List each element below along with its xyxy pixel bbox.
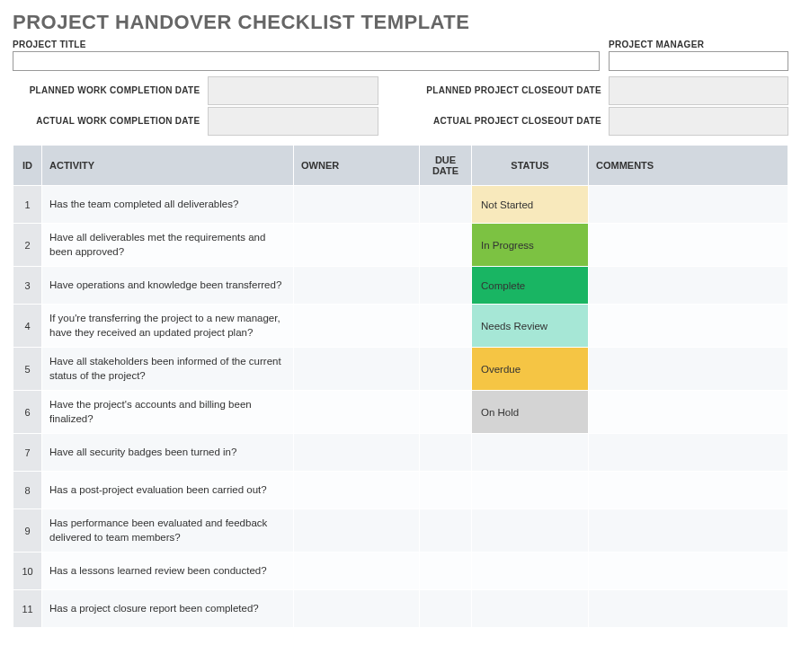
row-id: 8 (13, 472, 42, 509)
row-activity: Have all stakeholders been informed of t… (42, 348, 294, 391)
actual-work-label: ACTUAL WORK COMPLETION DATE (13, 116, 208, 127)
date-grid: PLANNED WORK COMPLETION DATE PLANNED PRO… (13, 76, 788, 136)
project-manager-input[interactable] (609, 51, 788, 71)
row-comments[interactable] (589, 186, 788, 224)
header-comments: COMMENTS (589, 146, 788, 186)
table-row: 7Have all security badges been turned in… (13, 434, 788, 472)
row-status[interactable]: Overdue (472, 348, 589, 391)
row-status[interactable] (472, 472, 589, 509)
row-status[interactable] (472, 553, 589, 590)
row-id: 7 (13, 434, 42, 472)
table-row: 2Have all deliverables met the requireme… (13, 224, 788, 267)
table-header-row: ID ACTIVITY OWNER DUE DATE STATUS COMMEN… (13, 146, 788, 186)
row-status[interactable]: Complete (472, 267, 589, 305)
project-title-input[interactable] (13, 51, 600, 71)
row-owner[interactable] (294, 553, 420, 590)
actual-closeout-label: ACTUAL PROJECT CLOSEOUT DATE (414, 116, 610, 127)
row-owner[interactable] (294, 348, 420, 391)
row-activity: Has a post-project evaluation been carri… (42, 472, 294, 509)
row-status[interactable] (472, 509, 589, 553)
row-owner[interactable] (294, 224, 420, 267)
table-row: 4If you're transferring the project to a… (13, 305, 788, 348)
header-owner: OWNER (294, 146, 420, 186)
row-owner[interactable] (294, 391, 420, 434)
table-row: 3Have operations and knowledge been tran… (13, 267, 788, 305)
row-comments[interactable] (589, 267, 788, 305)
actual-work-input[interactable] (208, 107, 378, 136)
row-due[interactable] (420, 509, 472, 553)
table-row: 6Have the project's accounts and billing… (13, 391, 788, 434)
row-id: 4 (13, 305, 42, 348)
row-owner[interactable] (294, 509, 420, 553)
row-owner[interactable] (294, 267, 420, 305)
row-id: 9 (13, 509, 42, 553)
row-owner[interactable] (294, 590, 420, 628)
planned-work-input[interactable] (208, 76, 378, 105)
row-due[interactable] (420, 267, 472, 305)
page-title: PROJECT HANDOVER CHECKLIST TEMPLATE (13, 11, 788, 34)
actual-closeout-input[interactable] (609, 107, 788, 136)
planned-closeout-input[interactable] (609, 76, 788, 105)
row-id: 1 (13, 186, 42, 224)
row-comments[interactable] (589, 509, 788, 553)
row-activity: Have all security badges been turned in? (42, 434, 294, 472)
project-manager-label: PROJECT MANAGER (609, 40, 788, 49)
row-due[interactable] (420, 348, 472, 391)
row-comments[interactable] (589, 391, 788, 434)
row-comments[interactable] (589, 434, 788, 472)
row-owner[interactable] (294, 472, 420, 509)
row-owner[interactable] (294, 434, 420, 472)
row-comments[interactable] (589, 305, 788, 348)
project-title-label: PROJECT TITLE (13, 40, 600, 49)
row-activity: Have operations and knowledge been trans… (42, 267, 294, 305)
row-comments[interactable] (589, 553, 788, 590)
row-activity: Has a lessons learned review been conduc… (42, 553, 294, 590)
row-due[interactable] (420, 305, 472, 348)
table-row: 10Has a lessons learned review been cond… (13, 553, 788, 590)
row-id: 10 (13, 553, 42, 590)
planned-work-label: PLANNED WORK COMPLETION DATE (13, 85, 208, 96)
row-activity: Has the team completed all deliverables? (42, 186, 294, 224)
table-row: 5Have all stakeholders been informed of … (13, 348, 788, 391)
row-comments[interactable] (589, 224, 788, 267)
table-row: 8Has a post-project evaluation been carr… (13, 472, 788, 509)
checklist-table: ID ACTIVITY OWNER DUE DATE STATUS COMMEN… (13, 145, 788, 628)
row-due[interactable] (420, 553, 472, 590)
row-id: 5 (13, 348, 42, 391)
row-activity: Have the project's accounts and billing … (42, 391, 294, 434)
row-comments[interactable] (589, 348, 788, 391)
row-id: 2 (13, 224, 42, 267)
row-status[interactable] (472, 590, 589, 628)
row-status[interactable]: On Hold (472, 391, 589, 434)
header-id: ID (13, 146, 42, 186)
header-status: STATUS (472, 146, 589, 186)
header-activity: ACTIVITY (42, 146, 294, 186)
row-due[interactable] (420, 590, 472, 628)
row-due[interactable] (420, 434, 472, 472)
row-status[interactable]: Not Started (472, 186, 589, 224)
planned-closeout-label: PLANNED PROJECT CLOSEOUT DATE (414, 85, 610, 96)
table-row: 11Has a project closure report been comp… (13, 590, 788, 628)
table-row: 9Has performance been evaluated and feed… (13, 509, 788, 553)
row-owner[interactable] (294, 305, 420, 348)
row-activity: Has performance been evaluated and feedb… (42, 509, 294, 553)
top-fields: PROJECT TITLE PROJECT MANAGER (13, 40, 788, 71)
row-activity: Has a project closure report been comple… (42, 590, 294, 628)
row-id: 11 (13, 590, 42, 628)
row-due[interactable] (420, 391, 472, 434)
row-comments[interactable] (589, 590, 788, 628)
header-due: DUE DATE (420, 146, 472, 186)
row-due[interactable] (420, 224, 472, 267)
row-status[interactable]: Needs Review (472, 305, 589, 348)
row-status[interactable]: In Progress (472, 224, 589, 267)
row-activity: If you're transferring the project to a … (42, 305, 294, 348)
row-due[interactable] (420, 186, 472, 224)
row-id: 6 (13, 391, 42, 434)
row-owner[interactable] (294, 186, 420, 224)
row-id: 3 (13, 267, 42, 305)
row-due[interactable] (420, 472, 472, 509)
row-comments[interactable] (589, 472, 788, 509)
table-row: 1Has the team completed all deliverables… (13, 186, 788, 224)
row-activity: Have all deliverables met the requiremen… (42, 224, 294, 267)
row-status[interactable] (472, 434, 589, 472)
